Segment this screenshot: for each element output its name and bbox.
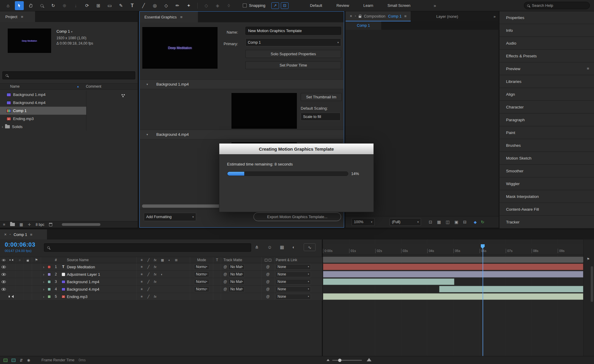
panel-menu-icon[interactable]: ≡ [404,14,407,18]
hand-tool-icon[interactable] [26,1,35,10]
fx-switch-icon[interactable]: fx [154,295,157,298]
rectangle-tool-icon[interactable]: ▭ [105,1,114,10]
composition-tab[interactable]: × ▪ Composition Comp 1 ≡ [346,11,411,21]
sidebar-item-brushes[interactable]: Brushes [500,139,594,152]
snapping-checkbox[interactable] [243,4,247,7]
panel-menu-icon[interactable]: ≡ [30,233,32,237]
column-name[interactable]: Name [10,84,20,89]
hide-shy-layers-icon[interactable]: ☺ [267,245,272,249]
sidebar-item-info[interactable]: Info [500,24,594,37]
zoom-out-mountain-icon[interactable] [327,359,330,361]
sidebar-item-tracker[interactable]: Tracker [500,216,594,229]
track-matte-dropdown[interactable]: No Matte▾ [229,286,245,292]
help-search-input[interactable]: Search Help [524,2,590,9]
pan-camera-tool-icon[interactable]: ⊕ [60,1,69,10]
video-column-icon[interactable] [2,259,6,261]
workspace-tab-default[interactable]: Default [310,3,322,8]
panel-menu-icon[interactable]: ≡ [180,15,182,19]
primary-comp-dropdown[interactable]: Comp 1 ▾ [245,38,341,46]
section-collapse-icon[interactable]: ▾ [146,83,148,86]
trash-icon[interactable] [49,223,52,226]
frame-blend-switch-icon[interactable]: ▦ [161,258,164,262]
parent-dropdown[interactable]: None▾ [276,294,311,300]
fx-switch-icon[interactable]: fx [154,258,157,262]
quality-switch-icon[interactable]: ╱ [147,265,149,269]
up-down-arrows-icon[interactable]: ⇵ [20,358,23,362]
quality-switch-icon[interactable]: ╱ [147,272,149,276]
playhead-handle-icon[interactable] [481,244,485,247]
mask-vertex-icon[interactable]: ◈ [213,1,222,10]
label-color-chip[interactable] [48,280,51,283]
blend-mode-dropdown[interactable]: Normal▾ [194,286,209,292]
column-mode[interactable]: Mode [197,258,206,262]
brush-tool-icon[interactable]: ╱ [139,1,148,10]
graph-editor-icon[interactable]: ∿ [304,243,316,251]
sidebar-item-audio[interactable]: Audio [500,37,594,50]
time-ruler[interactable]: 0:00s 01s 02s 03s 04s 05s 06s 07s 08s 09… [323,244,583,255]
workspace-tab-review[interactable]: Review [336,3,349,8]
mask-mode-icon[interactable]: ◊ [224,1,233,10]
fx-switch-icon[interactable]: fx [154,280,157,283]
parent-pickwhip-icon[interactable]: @ [266,265,270,269]
section-header-background-1[interactable]: ▾ Background 1.mp4 [140,79,344,89]
list-item[interactable]: › Solids [0,123,138,131]
track-matte-dropdown[interactable]: No Matte▾ [229,272,245,277]
vertical-scrollbar[interactable] [591,266,593,302]
grid-options-icon[interactable]: ⊡ [429,220,432,224]
list-item[interactable]: Background 1.mp4 [0,91,138,99]
default-scaling-dropdown[interactable]: Scale to fill [301,113,341,121]
blend-mode-dropdown[interactable]: Normal▾ [194,279,209,285]
timecode-display-icon[interactable]: ⊟ [463,220,467,224]
project-tab[interactable]: Project ≡ [0,11,35,22]
toggle-modes-icon[interactable] [269,259,271,261]
lock-column-icon[interactable] [27,260,29,261]
speaker-icon[interactable] [10,295,14,298]
orbit-camera-tool-icon[interactable]: ↻ [49,1,58,10]
expander-icon[interactable]: › [41,294,46,299]
set-thumbnail-button[interactable]: Set Thumbnail Im [301,93,342,101]
parent-dropdown[interactable]: None▾ [276,272,311,277]
sidebar-item-libraries[interactable]: Libraries [500,75,594,88]
workspace-tab-learn[interactable]: Learn [363,3,373,8]
roto-brush-tool-icon[interactable]: ✏ [173,1,182,10]
selection-tool-icon[interactable] [15,1,24,10]
workspace-tab-small-screen[interactable]: Small Screen [387,3,410,8]
collapse-switch-icon[interactable]: ✳ [140,295,143,299]
column-source-name[interactable]: Source Name [67,258,89,262]
template-name-input[interactable]: New Motion Graphics Template [245,27,341,35]
sidebar-item-preview[interactable]: Preview ≡ [500,62,594,75]
sidebar-item-paragraph[interactable]: Paragraph [500,114,594,126]
eye-icon[interactable] [1,281,6,283]
timeline-comp-tab[interactable]: × ▪ Comp 1 ≡ [0,229,47,239]
layer-row-background-1[interactable]: › 3 Background 1.mp4 ✳ ╱ fx Normal▾ @No … [0,278,322,286]
eye-icon[interactable] [1,288,6,291]
composition-mini-flowchart-icon[interactable]: ⋔ [255,245,259,249]
parent-pickwhip-icon[interactable]: @ [266,294,270,299]
layer-row-background-4[interactable]: › 4 Background 4.mp4 ✳ ╱ Normal▾ @No Mat… [0,286,322,293]
timeline-track-area[interactable]: 0:00s 01s 02s 03s 04s 05s 06s 07s 08s 09… [323,239,583,356]
puppet-pin-tool-icon[interactable]: ✦ [184,1,193,10]
pan-behind-tool-icon[interactable]: ⊞ [94,1,103,10]
blend-mode-dropdown[interactable]: Normal▾ [194,272,209,277]
3d-switch-icon[interactable]: ⊞ [175,258,177,262]
parent-pickwhip-icon[interactable]: @ [266,287,270,291]
dolly-camera-tool-icon[interactable]: ↓ [71,1,80,10]
label-color-chip[interactable] [48,288,51,291]
column-track-matte[interactable]: Track Matte [223,258,242,262]
blend-mode-dropdown[interactable]: Normal▾ [194,264,209,270]
timeline-zoom-slider[interactable] [332,360,362,361]
mask-feather-icon[interactable]: ◇ [202,1,211,10]
zoom-slider-handle[interactable] [338,359,341,362]
sidebar-item-mask-interpolation[interactable]: Mask Interpolation [500,190,594,203]
expander-icon[interactable]: › [41,280,46,284]
collapse-switch-icon[interactable]: ✳ [140,287,143,291]
quality-switch-icon[interactable]: ╱ [147,295,149,299]
list-item[interactable]: ♪Ending.mp3 [0,115,138,123]
solo-column-icon[interactable]: ○ [19,259,21,262]
toggle-switches-icon[interactable] [265,259,267,261]
parent-dropdown[interactable]: None▾ [276,279,311,285]
sidebar-item-properties[interactable]: Properties [500,11,594,24]
timeline-search-input[interactable] [44,243,251,252]
eraser-tool-icon[interactable]: ◇ [162,1,171,10]
quality-switch-icon[interactable]: ╱ [147,287,149,291]
